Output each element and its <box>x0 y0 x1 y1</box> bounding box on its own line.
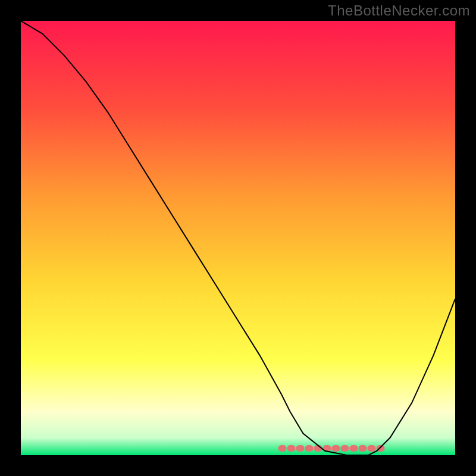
chart-svg <box>21 21 455 455</box>
watermark-label: TheBottleNecker.com <box>328 2 470 19</box>
gradient-background <box>21 21 455 455</box>
plot-area <box>21 21 455 455</box>
chart-frame: TheBottleNecker.com <box>0 0 476 476</box>
